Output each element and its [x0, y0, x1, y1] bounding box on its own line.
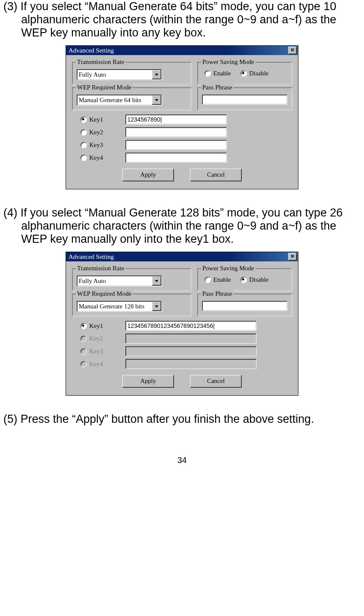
- radio-icon: [80, 336, 87, 342]
- key2-input: [125, 333, 256, 344]
- chevron-down-icon[interactable]: [152, 302, 161, 311]
- key4-radio[interactable]: Key4: [80, 154, 119, 161]
- wep-mode-group: WEP Required Mode Manual Generate 64 bit…: [72, 87, 191, 110]
- key4-label: Key4: [89, 361, 103, 368]
- titlebar: Advanced Setting ✕: [66, 46, 298, 55]
- radio-icon: [80, 361, 87, 367]
- disable-radio[interactable]: Disable: [240, 70, 269, 77]
- apply-button[interactable]: Apply: [122, 169, 174, 181]
- radio-icon: [80, 155, 87, 161]
- svg-marker-3: [155, 305, 158, 308]
- svg-marker-0: [155, 74, 158, 76]
- key2-input[interactable]: [125, 127, 227, 137]
- cancel-button[interactable]: Cancel: [190, 375, 242, 388]
- wep-mode-combo[interactable]: Manual Generate 64 bits: [77, 94, 162, 105]
- chevron-down-icon[interactable]: [152, 70, 161, 79]
- radio-icon: [80, 348, 87, 355]
- wep-mode-label: WEP Required Mode: [76, 84, 133, 91]
- enable-radio[interactable]: Enable: [204, 70, 231, 77]
- key3-radio: Key3: [80, 348, 119, 355]
- radio-icon: [204, 70, 211, 77]
- transmission-rate-group: Transmission Rate Fully Auto: [72, 268, 191, 291]
- wep-mode-group: WEP Required Mode Manual Generate 128 bi…: [72, 294, 191, 316]
- key1-radio[interactable]: Key1: [80, 116, 119, 123]
- dialog-title: Advanced Setting: [69, 253, 288, 261]
- transmission-rate-value: Fully Auto: [77, 71, 152, 78]
- dialog-title: Advanced Setting: [69, 47, 288, 54]
- close-icon[interactable]: ✕: [288, 253, 297, 261]
- power-saving-group: Power Saving Mode Enable Disable: [197, 62, 292, 85]
- radio-icon: [240, 277, 247, 283]
- transmission-rate-label: Transmission Rate: [76, 265, 126, 272]
- wep-mode-value: Manual Generate 64 bits: [77, 97, 152, 104]
- key2-label: Key2: [89, 129, 103, 136]
- radio-icon: [204, 277, 211, 283]
- wep-mode-value: Manual Generate 128 bits: [77, 303, 152, 310]
- key2-row: Key2: [72, 333, 292, 344]
- key2-radio[interactable]: Key2: [80, 129, 119, 136]
- chevron-down-icon[interactable]: [152, 276, 161, 286]
- paragraph-4: (4) If you select “Manual Generate 128 b…: [3, 206, 361, 246]
- key3-label: Key3: [89, 348, 103, 355]
- paragraph-3: (3) If you select “Manual Generate 64 bi…: [3, 0, 361, 39]
- pass-phrase-group: Pass Phrase: [197, 87, 292, 110]
- key3-label: Key3: [89, 142, 103, 149]
- power-saving-label: Power Saving Mode: [201, 58, 256, 66]
- titlebar: Advanced Setting ✕: [66, 252, 298, 261]
- power-saving-group: Power Saving Mode Enable Disable: [197, 268, 292, 291]
- key4-label: Key4: [89, 154, 103, 161]
- key1-row: Key1 1234567890|: [72, 114, 292, 125]
- transmission-rate-value: Fully Auto: [77, 277, 152, 285]
- key1-radio[interactable]: Key1: [80, 322, 119, 330]
- chevron-down-icon[interactable]: [152, 95, 161, 105]
- svg-marker-1: [155, 99, 158, 101]
- radio-icon: [240, 70, 247, 77]
- pass-phrase-input[interactable]: [202, 94, 287, 105]
- transmission-rate-label: Transmission Rate: [76, 58, 126, 66]
- key1-label: Key1: [89, 322, 103, 330]
- advanced-setting-dialog-128: Advanced Setting ✕ Transmission Rate Ful…: [66, 252, 298, 396]
- disable-label: Disable: [249, 276, 269, 283]
- key4-radio: Key4: [80, 361, 119, 368]
- key1-input[interactable]: 1234567890|: [125, 114, 227, 125]
- key4-row: Key4: [72, 359, 292, 369]
- close-icon[interactable]: ✕: [288, 47, 297, 54]
- key3-input[interactable]: [125, 140, 227, 150]
- enable-label: Enable: [213, 276, 231, 283]
- disable-label: Disable: [249, 70, 269, 77]
- wep-mode-combo[interactable]: Manual Generate 128 bits: [77, 301, 162, 312]
- disable-radio[interactable]: Disable: [240, 276, 269, 283]
- radio-icon: [80, 323, 87, 329]
- radio-icon: [80, 117, 87, 123]
- pass-phrase-input[interactable]: [202, 301, 287, 311]
- key2-radio: Key2: [80, 335, 119, 342]
- cancel-button[interactable]: Cancel: [190, 169, 242, 181]
- page-number: 34: [3, 455, 361, 465]
- key4-input[interactable]: [125, 153, 227, 163]
- radio-icon: [80, 129, 87, 136]
- radio-icon: [80, 142, 87, 148]
- power-saving-label: Power Saving Mode: [201, 265, 256, 272]
- pass-phrase-group: Pass Phrase: [197, 294, 292, 316]
- svg-marker-2: [155, 280, 158, 282]
- transmission-rate-combo[interactable]: Fully Auto: [77, 69, 162, 80]
- pass-phrase-label: Pass Phrase: [201, 84, 233, 91]
- key3-input: [125, 346, 256, 356]
- key4-input: [125, 359, 256, 369]
- apply-button[interactable]: Apply: [122, 375, 174, 388]
- key4-row: Key4: [72, 153, 292, 163]
- key1-label: Key1: [89, 116, 103, 123]
- key3-radio[interactable]: Key3: [80, 142, 119, 149]
- paragraph-5: (5) Press the “Apply” button after you f…: [3, 413, 361, 426]
- key2-row: Key2: [72, 127, 292, 137]
- key3-row: Key3: [72, 346, 292, 356]
- key2-label: Key2: [89, 335, 103, 342]
- pass-phrase-label: Pass Phrase: [201, 290, 233, 297]
- enable-radio[interactable]: Enable: [204, 276, 231, 283]
- transmission-rate-combo[interactable]: Fully Auto: [77, 275, 162, 286]
- wep-mode-label: WEP Required Mode: [76, 290, 133, 297]
- key1-row: Key1 12345678901234567890123456|: [72, 321, 292, 331]
- key1-input[interactable]: 12345678901234567890123456|: [125, 321, 256, 331]
- advanced-setting-dialog-64: Advanced Setting ✕ Transmission Rate Ful…: [66, 45, 298, 189]
- key3-row: Key3: [72, 140, 292, 150]
